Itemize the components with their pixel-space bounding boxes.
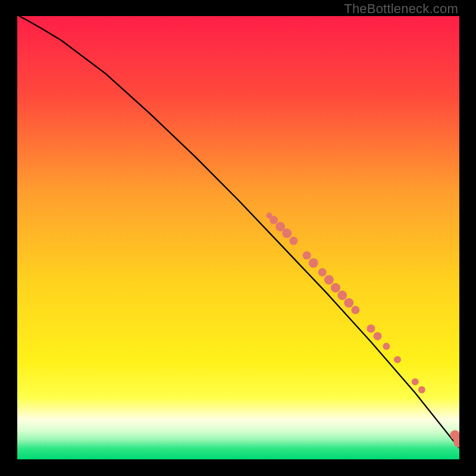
gradient-background — [17, 16, 459, 459]
chart-svg — [17, 16, 459, 459]
data-point — [351, 306, 359, 314]
data-point — [383, 343, 390, 350]
data-point — [418, 386, 425, 393]
data-point — [309, 258, 318, 268]
data-point — [282, 228, 292, 238]
data-point — [324, 275, 334, 284]
data-point — [289, 237, 298, 245]
data-point — [374, 332, 382, 340]
plot-area — [17, 16, 459, 459]
data-point — [270, 216, 278, 224]
watermark-text: TheBottleneck.com — [344, 1, 458, 17]
data-point — [412, 378, 419, 386]
data-point — [337, 290, 347, 300]
data-point — [344, 298, 353, 308]
data-point — [331, 283, 340, 293]
data-point — [318, 268, 327, 277]
chart-stage: TheBottleneck.com — [0, 0, 476, 476]
data-point — [303, 251, 311, 259]
data-point — [394, 356, 401, 363]
data-point — [367, 324, 375, 333]
